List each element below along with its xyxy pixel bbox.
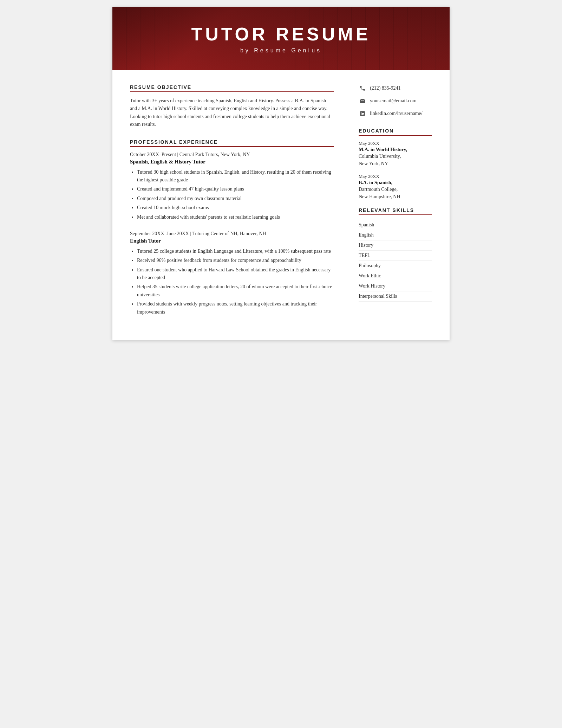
- linkedin-contact: linkedin.com/in/username/: [359, 110, 432, 117]
- linkedin-icon: [359, 110, 366, 117]
- phone-icon: [359, 84, 366, 92]
- skills-title: RELEVANT SKILLS: [359, 207, 432, 215]
- bullet-item: Ensured one student who applied to Harva…: [137, 266, 334, 282]
- job-1-title: Spanish, English & History Tutor: [130, 159, 334, 165]
- bullet-item: Tutored 30 high school students in Spani…: [137, 168, 334, 184]
- experience-title: PROFESSIONAL EXPERIENCE: [130, 139, 334, 147]
- bullet-item: Created 10 mock high-school exams: [137, 204, 334, 212]
- job-1-bullets: Tutored 30 high school students in Spani…: [130, 168, 334, 221]
- edu-2-date: May 20XX: [359, 174, 432, 179]
- edu-1-degree: M.A. in World History,: [359, 147, 432, 153]
- education-title: EDUCATION: [359, 128, 432, 136]
- job-1: October 20XX–Present | Central Park Tuto…: [130, 152, 334, 221]
- bullet-item: Composed and produced my own classroom m…: [137, 195, 334, 202]
- phone-contact: (212) 835-9241: [359, 84, 432, 92]
- resume-header: TUTOR RESUME by Resume Genius: [112, 7, 450, 70]
- edu-1-school: Columbia University,New York, NY: [359, 153, 432, 167]
- contact-section: (212) 835-9241 your-email@email.com: [359, 84, 432, 117]
- edu-1-date: May 20XX: [359, 141, 432, 146]
- skill-work-history: Work History: [359, 281, 432, 291]
- bullet-item: Received 96% positive feedback from stud…: [137, 257, 334, 264]
- experience-section: PROFESSIONAL EXPERIENCE October 20XX–Pre…: [130, 139, 334, 316]
- resume-title: TUTOR RESUME: [191, 24, 371, 45]
- right-column: (212) 835-9241 your-email@email.com: [348, 84, 432, 326]
- objective-text: Tutor with 3+ years of experience teachi…: [130, 97, 334, 129]
- objective-section: RESUME OBJECTIVE Tutor with 3+ years of …: [130, 84, 334, 129]
- skills-section: RELEVANT SKILLS Spanish English History …: [359, 207, 432, 302]
- bullet-item: Met and collaborated with students' pare…: [137, 213, 334, 221]
- header-content: TUTOR RESUME by Resume Genius: [191, 24, 371, 54]
- resume-body: RESUME OBJECTIVE Tutor with 3+ years of …: [112, 70, 450, 340]
- job-2-title: English Tutor: [130, 238, 334, 244]
- skill-work-ethic: Work Ethic: [359, 271, 432, 281]
- skill-english: English: [359, 230, 432, 240]
- email-icon: [359, 97, 366, 105]
- bullet-item: Provided students with weekly progress n…: [137, 300, 334, 316]
- skill-tefl: TEFL: [359, 251, 432, 261]
- skill-philosophy: Philosophy: [359, 261, 432, 271]
- job-2-bullets: Tutored 25 college students in English L…: [130, 247, 334, 316]
- job-2-header: September 20XX–June 20XX | Tutoring Cent…: [130, 231, 334, 237]
- email-address: your-email@email.com: [370, 98, 417, 104]
- edu-entry-2: May 20XX B.A. in Spanish, Dartmouth Coll…: [359, 174, 432, 200]
- edu-entry-1: May 20XX M.A. in World History, Columbia…: [359, 141, 432, 167]
- edu-2-school: Dartmouth College,New Hampshire, NH: [359, 186, 432, 200]
- skill-interpersonal: Interpersonal Skills: [359, 291, 432, 302]
- objective-title: RESUME OBJECTIVE: [130, 84, 334, 92]
- job-2: September 20XX–June 20XX | Tutoring Cent…: [130, 231, 334, 316]
- email-contact: your-email@email.com: [359, 97, 432, 105]
- resume-page: TUTOR RESUME by Resume Genius RESUME OBJ…: [112, 7, 450, 340]
- linkedin-url: linkedin.com/in/username/: [370, 111, 423, 116]
- education-section: EDUCATION May 20XX M.A. in World History…: [359, 128, 432, 200]
- bullet-item: Helped 35 students write college applica…: [137, 283, 334, 299]
- skill-history: History: [359, 240, 432, 251]
- resume-subtitle: by Resume Genius: [191, 47, 371, 54]
- edu-2-degree: B.A. in Spanish,: [359, 180, 432, 186]
- bullet-item: Created and implemented 47 high-quality …: [137, 185, 334, 193]
- left-column: RESUME OBJECTIVE Tutor with 3+ years of …: [130, 84, 334, 326]
- job-1-header: October 20XX–Present | Central Park Tuto…: [130, 152, 334, 157]
- skill-spanish: Spanish: [359, 220, 432, 230]
- bullet-item: Tutored 25 college students in English L…: [137, 247, 334, 255]
- phone-number: (212) 835-9241: [370, 85, 401, 91]
